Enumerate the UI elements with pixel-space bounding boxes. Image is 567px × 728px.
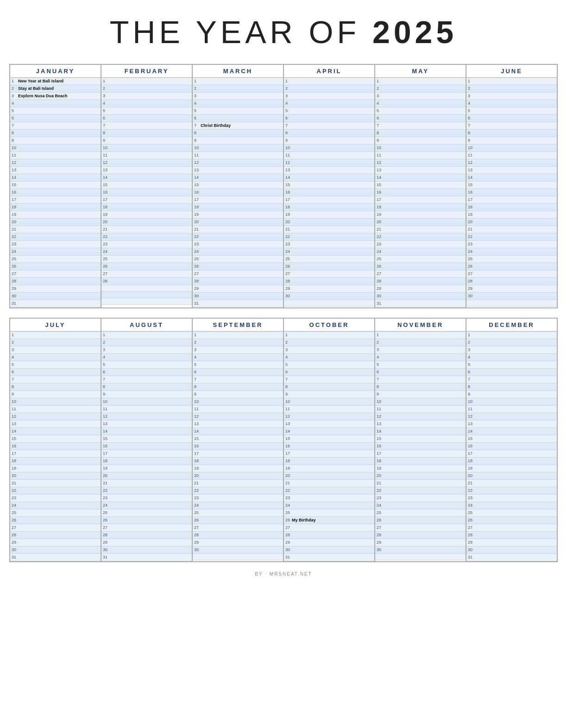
day-number: 30 (468, 293, 474, 299)
day-row: 9 (284, 391, 374, 398)
day-row: 27 (466, 270, 557, 278)
day-number: 31 (285, 554, 292, 560)
day-number: 9 (377, 391, 383, 397)
day-number: 2 (103, 339, 109, 345)
day-row: 5 (193, 107, 283, 115)
day-number: 15 (468, 436, 474, 442)
day-number: 15 (12, 436, 18, 442)
day-number: 29 (103, 540, 109, 546)
day-row: 22 (101, 487, 192, 495)
day-row: 29 (375, 539, 466, 546)
day-row: 17 (466, 450, 557, 458)
day-row: 19 (466, 465, 557, 472)
day-number: 7 (468, 123, 474, 129)
day-number: 10 (194, 399, 201, 405)
day-row: 30 (466, 293, 557, 300)
day-row: 17 (10, 450, 101, 458)
day-row: 5 (101, 107, 192, 115)
day-row: 4 (375, 100, 466, 107)
day-number: 25 (12, 256, 18, 262)
day-number: 14 (12, 428, 18, 434)
day-number: 3 (194, 93, 201, 99)
day-row: 16 (284, 443, 374, 450)
day-number: 23 (377, 495, 383, 501)
day-row: 21 (375, 480, 466, 487)
day-number: 23 (285, 495, 292, 501)
day-row: 26 (193, 263, 283, 270)
day-row: 21 (284, 480, 374, 487)
day-row: 12 (375, 159, 466, 167)
day-number: 1 (285, 78, 292, 84)
day-number: 14 (285, 175, 292, 181)
day-number: 18 (194, 204, 201, 210)
day-number: 17 (377, 197, 383, 203)
day-number: 24 (377, 502, 383, 508)
day-row: 8 (10, 130, 101, 137)
day-number: 23 (103, 241, 109, 247)
day-row: 16 (466, 189, 557, 196)
day-number: 15 (103, 182, 109, 188)
day-number: 7 (377, 377, 383, 383)
day-number: 19 (468, 465, 474, 471)
day-number: 18 (285, 204, 292, 210)
day-number: 23 (194, 495, 201, 501)
day-row: 5 (10, 361, 101, 369)
day-number: 10 (377, 399, 383, 405)
day-row: 25 (101, 509, 192, 517)
day-number: 31 (12, 301, 18, 307)
day-number: 13 (468, 167, 474, 173)
day-number: 24 (103, 249, 109, 255)
day-number: 10 (103, 399, 109, 405)
day-number: 12 (12, 414, 18, 420)
day-row: 9 (284, 137, 374, 144)
day-number: 2 (468, 339, 474, 345)
day-number: 16 (468, 189, 474, 195)
day-row: 22 (10, 487, 101, 495)
day-row: 29 (101, 539, 192, 546)
day-row: 8 (466, 383, 557, 391)
day-number: 27 (285, 271, 292, 277)
day-row: 15 (193, 182, 283, 189)
day-number: 14 (285, 428, 292, 434)
day-row: 22 (10, 233, 101, 241)
month-october: OCTOBER123456789101112131415161718192021… (284, 319, 375, 562)
day-number: 15 (103, 436, 109, 442)
day-number: 24 (468, 249, 474, 255)
day-row: 1 (10, 332, 101, 339)
day-number: 17 (285, 197, 292, 203)
day-row: 28 (284, 532, 374, 539)
day-row: 20 (101, 219, 192, 226)
day-row: 26 (284, 263, 374, 270)
day-row: 24 (101, 502, 192, 509)
day-row: 2 (284, 85, 374, 93)
day-number: 8 (103, 130, 109, 136)
day-row: 15 (101, 182, 192, 189)
day-number: 22 (103, 234, 109, 240)
day-row: 11 (375, 406, 466, 413)
day-number: 27 (377, 271, 383, 277)
day-row: 11 (101, 406, 192, 413)
day-row: 23 (10, 241, 101, 248)
day-row: 18 (193, 204, 283, 211)
day-row: 25 (101, 256, 192, 263)
day-row: 13 (284, 420, 374, 428)
day-number: 31 (377, 301, 383, 307)
day-row: 14 (284, 174, 374, 182)
day-row: 26My Birthday (284, 517, 374, 524)
day-row: 1 (375, 78, 466, 85)
day-row: 27 (101, 270, 192, 278)
day-number: 23 (285, 241, 292, 247)
day-row: 16 (466, 443, 557, 450)
day-row: 19 (193, 211, 283, 219)
day-row: 7 (375, 122, 466, 130)
day-number: 6 (12, 369, 18, 375)
day-number: 15 (194, 436, 201, 442)
day-row: 25 (10, 256, 101, 263)
day-row: 17 (101, 196, 192, 204)
day-number: 25 (103, 256, 109, 262)
day-number: 17 (103, 197, 109, 203)
day-row: 18 (10, 458, 101, 465)
day-row: 18 (284, 458, 374, 465)
day-number: 9 (285, 391, 292, 397)
day-row: 22 (101, 233, 192, 241)
